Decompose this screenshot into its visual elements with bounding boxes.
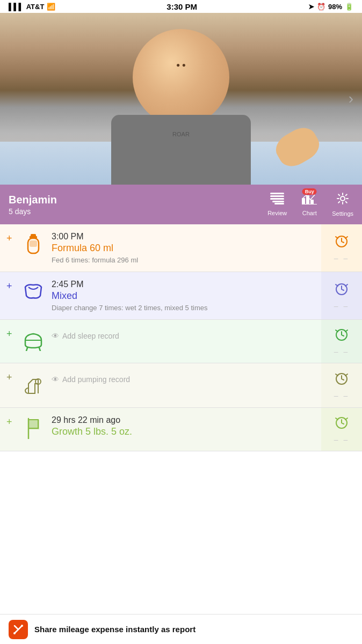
feeding-subtitle: Fed 6 times: formula 296 ml (52, 256, 315, 264)
next-arrow[interactable]: › (349, 90, 353, 107)
settings-button[interactable]: Settings (332, 192, 353, 217)
signal-icon: ▌▌▌ (9, 3, 24, 11)
svg-rect-8 (302, 204, 317, 204)
feeding-alarm-dashes: – – (334, 254, 349, 262)
growth-add-button[interactable]: + (6, 416, 15, 428)
diaper-icon (23, 282, 44, 305)
status-left: ▌▌▌ AT&T 📶 (9, 3, 55, 11)
flag-icon (23, 418, 44, 443)
sleep-icon (23, 330, 44, 355)
chart-label: Chart (302, 210, 317, 216)
svg-line-17 (26, 348, 27, 351)
diaper-add-button[interactable]: + (6, 281, 15, 292)
status-right: ➤ ⏰ 98% 🔋 (308, 3, 353, 11)
growth-title: Growth 5 lbs. 5 oz. (52, 426, 315, 437)
status-bar: ▌▌▌ AT&T 📶 3:30 PM ➤ ⏰ 98% 🔋 (0, 0, 362, 13)
sleep-alarm-icon (334, 327, 349, 345)
review-label: Review (267, 210, 287, 216)
review-button[interactable]: Review (267, 193, 287, 216)
pumping-placeholder: 👁 Add pumping record (52, 375, 315, 384)
diaper-alarm-dashes: – – (334, 302, 349, 310)
pumping-row-left: + 👁 Add pumping record (0, 363, 321, 407)
profile-actions: Review Buy Chart (267, 192, 353, 217)
svg-line-18 (39, 348, 40, 351)
diaper-row: + 2:45 PM Mixed Diaper change 7 times: w… (0, 272, 362, 320)
sleep-add-button[interactable]: + (6, 328, 15, 340)
pumping-alarm[interactable]: – – (321, 363, 362, 407)
svg-point-25 (13, 632, 16, 634)
feeding-add-button[interactable]: + (6, 233, 15, 244)
ad-text: Share mileage expense instantly as repor… (34, 625, 196, 634)
pumping-content: 👁 Add pumping record (52, 371, 315, 384)
feeding-time: 3:00 PM (52, 232, 315, 241)
sleep-placeholder: 👁 Add sleep record (52, 332, 315, 340)
pumping-row: + 👁 Add pumping record (0, 363, 362, 408)
diaper-subtitle: Diaper change 7 times: wet 2 times, mixe… (52, 304, 315, 312)
feeding-alarm-icon (334, 233, 349, 252)
content-area: + 3:00 PM Formula 60 ml Fed 6 times: for… (0, 224, 362, 451)
buy-badge: Buy (302, 188, 317, 195)
diaper-alarm-icon (334, 281, 349, 299)
svg-rect-4 (274, 203, 284, 204)
diaper-time: 2:45 PM (52, 280, 315, 289)
battery-icon: 🔋 (345, 3, 353, 11)
settings-label: Settings (332, 210, 353, 217)
diaper-title: Mixed (52, 290, 315, 302)
sleep-row: + 👁 Add sleep record (0, 320, 362, 363)
sleep-row-left: + 👁 Add sleep record (0, 320, 321, 363)
feeding-title: Formula 60 ml (52, 243, 315, 254)
growth-alarm[interactable]: – – (321, 408, 362, 451)
svg-point-9 (341, 196, 345, 201)
pump-icon (23, 373, 44, 400)
carrier-label: AT&T (26, 3, 45, 11)
pumping-alarm-icon (334, 371, 349, 389)
sleep-alarm[interactable]: – – (321, 320, 362, 363)
svg-rect-3 (272, 201, 284, 202)
diaper-content: 2:45 PM Mixed Diaper change 7 times: wet… (52, 280, 315, 312)
svg-rect-2 (270, 198, 284, 200)
feeding-row: + 3:00 PM Formula 60 ml Fed 6 times: for… (0, 224, 362, 272)
profile-age: 5 days (9, 207, 57, 216)
feeding-row-left: + 3:00 PM Formula 60 ml Fed 6 times: for… (0, 224, 321, 272)
battery-label: 98% (328, 3, 342, 11)
review-icon (270, 193, 284, 208)
feeding-content: 3:00 PM Formula 60 ml Fed 6 times: formu… (52, 232, 315, 264)
status-time: 3:30 PM (166, 2, 197, 11)
growth-time: 29 hrs 22 min ago (52, 415, 315, 425)
svg-rect-0 (270, 193, 284, 194)
growth-alarm-dashes: – – (334, 435, 349, 444)
chart-button[interactable]: Buy Chart (302, 193, 317, 216)
alarm-status-icon: ⏰ (317, 3, 325, 11)
baby-photo-area: ● ● ROAR › (0, 13, 362, 185)
profile-info: Benjamin 5 days (9, 194, 57, 216)
growth-alarm-icon (334, 415, 349, 433)
svg-point-26 (21, 625, 23, 627)
ad-icon (9, 620, 28, 639)
svg-rect-7 (310, 200, 314, 204)
svg-rect-5 (302, 198, 305, 204)
feeding-alarm[interactable]: – – (321, 224, 362, 272)
sleep-content: 👁 Add sleep record (52, 327, 315, 340)
sleep-alarm-dashes: – – (334, 347, 349, 356)
pumping-add-button[interactable]: + (6, 372, 15, 383)
settings-icon (336, 192, 349, 208)
svg-rect-1 (270, 195, 284, 197)
growth-content: 29 hrs 22 min ago Growth 5 lbs. 5 oz. (52, 415, 315, 440)
profile-header: Benjamin 5 days Review Buy (0, 185, 362, 224)
chart-icon (302, 193, 317, 208)
diaper-alarm[interactable]: – – (321, 272, 362, 319)
wifi-icon: 📶 (47, 3, 55, 11)
ad-banner[interactable]: Share mileage expense instantly as repor… (0, 614, 362, 644)
bottle-icon (23, 234, 44, 260)
pumping-alarm-dashes: – – (334, 391, 349, 400)
growth-row-left: + 29 hrs 22 min ago Growth 5 lbs. 5 oz. (0, 408, 321, 451)
baby-photo: ● ● ROAR (0, 13, 362, 185)
svg-rect-13 (30, 240, 37, 247)
growth-row: + 29 hrs 22 min ago Growth 5 lbs. 5 oz. (0, 408, 362, 451)
profile-name: Benjamin (9, 194, 57, 206)
diaper-row-left: + 2:45 PM Mixed Diaper change 7 times: w… (0, 272, 321, 319)
location-icon: ➤ (308, 3, 314, 11)
